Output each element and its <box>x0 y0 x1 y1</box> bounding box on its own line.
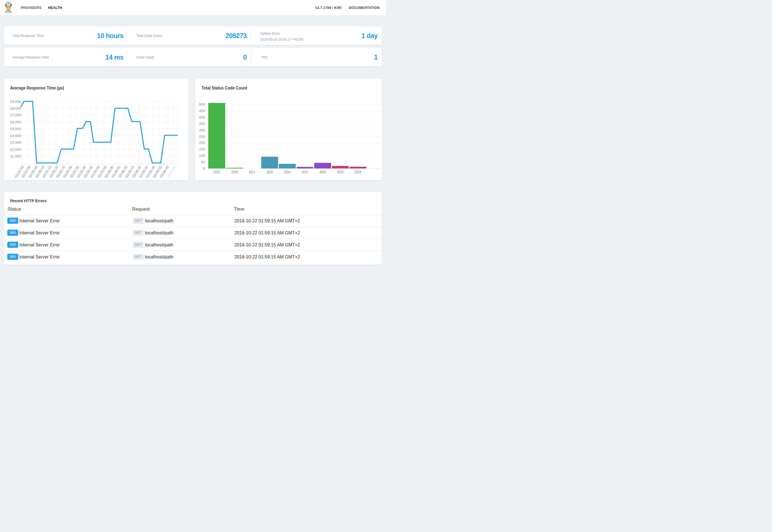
svg-text:18,000: 18,000 <box>10 106 21 110</box>
svg-text:19,000: 19,000 <box>10 100 21 104</box>
svg-text:404: 404 <box>319 170 326 174</box>
svg-text:450: 450 <box>199 109 205 113</box>
svg-text:302: 302 <box>267 170 273 174</box>
svg-text:12,000: 12,000 <box>10 147 21 152</box>
svg-text:150: 150 <box>199 147 205 151</box>
svg-text:17,000: 17,000 <box>10 113 21 117</box>
svg-text:304: 304 <box>284 170 291 174</box>
svg-text:15,000: 15,000 <box>10 127 21 131</box>
svg-text:400: 400 <box>199 115 205 119</box>
svg-text:301: 301 <box>249 170 255 174</box>
svg-text:401: 401 <box>302 170 309 174</box>
svg-text:100: 100 <box>199 154 205 158</box>
svg-text:0: 0 <box>203 166 205 171</box>
svg-text:16,000: 16,000 <box>10 120 21 124</box>
svg-text:11,000: 11,000 <box>10 154 21 158</box>
svg-text:300: 300 <box>199 128 205 132</box>
svg-text:200: 200 <box>213 170 220 174</box>
svg-text:13,000: 13,000 <box>10 140 21 145</box>
svg-text:206: 206 <box>231 170 238 174</box>
svg-text:350: 350 <box>199 122 205 126</box>
svg-text:50: 50 <box>201 160 205 164</box>
svg-text:200: 200 <box>199 141 205 145</box>
svg-text:250: 250 <box>199 135 205 139</box>
svg-text:14,000: 14,000 <box>10 134 21 138</box>
svg-text:500: 500 <box>199 102 205 107</box>
svg-text:503: 503 <box>355 170 361 174</box>
svg-text:træfik: træfik <box>5 10 11 13</box>
svg-text:500: 500 <box>337 170 344 174</box>
